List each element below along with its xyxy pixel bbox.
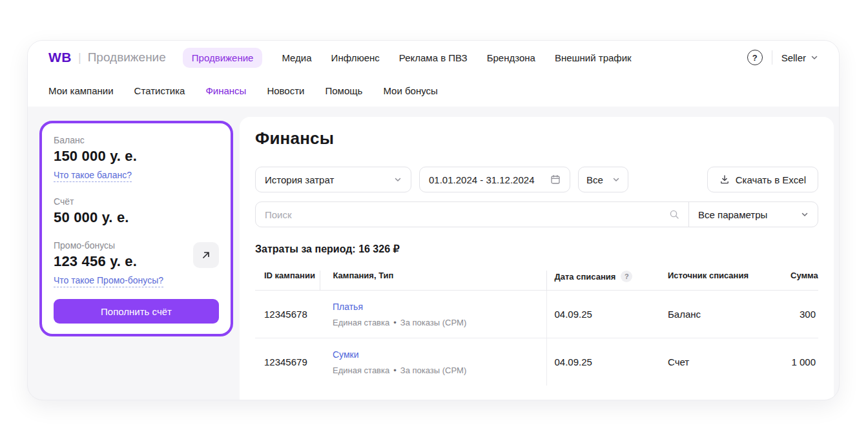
- top-nav-items: Продвижение Медиа Инфлюенс Реклама в ПВЗ…: [183, 48, 632, 68]
- col-header-campaign-id: ID кампании: [255, 271, 320, 291]
- cell-source: Счет: [668, 338, 790, 386]
- col-header-sum: Сумма, у. е.: [790, 271, 818, 291]
- page-title: Финансы: [255, 129, 818, 149]
- expenses-table: ID кампании Кампания, Тип Дата списания?…: [255, 271, 818, 386]
- balance-value: 150 000 у. е.: [54, 148, 219, 165]
- brand-logo[interactable]: WB | Продвижение: [48, 50, 166, 65]
- chevron-down-icon: [801, 211, 809, 218]
- sub-nav-item-finances[interactable]: Финансы: [205, 85, 246, 96]
- wb-logo: WB: [48, 50, 72, 65]
- date-help-icon[interactable]: ?: [621, 271, 632, 282]
- download-icon: [719, 174, 730, 185]
- account-menu[interactable]: Seller: [781, 52, 818, 63]
- cell-campaign-id: 12345679: [255, 338, 320, 386]
- promo-open-button[interactable]: [193, 242, 219, 268]
- top-nav-item-brandzone[interactable]: Брендзона: [487, 52, 535, 63]
- table-header-row: ID кампании Кампания, Тип Дата списания?…: [255, 271, 818, 291]
- campaign-type-line: Единая ставка•За показы (CPM): [333, 366, 546, 375]
- cell-date: 04.09.25: [546, 338, 668, 386]
- col-header-date-label: Дата списания: [555, 272, 616, 282]
- question-circle-icon[interactable]: ?: [747, 50, 763, 65]
- cell-sum: 300: [790, 291, 818, 338]
- top-nav-item-influence[interactable]: Инфлюенс: [331, 52, 380, 63]
- period-total: Затраты за период: 16 326 ₽: [255, 243, 818, 255]
- promo-block: Промо-бонусы 123 456 у. е. Что такое Про…: [54, 240, 219, 287]
- cell-campaign: Сумки Единая ставка•За показы (CPM): [320, 338, 546, 386]
- promo-value: 123 456 у. е.: [54, 253, 137, 270]
- sub-nav-item-my-campaigns[interactable]: Мои кампании: [48, 85, 114, 96]
- history-type-select[interactable]: История затрат: [255, 167, 411, 192]
- date-range-value: 01.01.2024 - 31.12.2024: [429, 174, 534, 185]
- what-is-balance-link[interactable]: Что такое баланс?: [54, 170, 132, 182]
- chevron-down-icon: [394, 176, 402, 183]
- balance-card: Баланс 150 000 у. е. Что такое баланс? С…: [39, 121, 233, 336]
- sub-nav-item-news[interactable]: Новости: [267, 85, 304, 96]
- filters-row: История затрат 01.01.2024 - 31.12.2024 В…: [255, 167, 818, 192]
- brand-product-name: Продвижение: [88, 50, 166, 65]
- promo-row: Промо-бонусы 123 456 у. е.: [54, 240, 219, 270]
- bullet-separator: •: [393, 366, 397, 375]
- cell-source: Баланс: [668, 291, 790, 338]
- search-input[interactable]: [256, 209, 669, 220]
- topup-button[interactable]: Пополнить счёт: [54, 299, 219, 324]
- date-range-picker[interactable]: 01.01.2024 - 31.12.2024: [419, 167, 570, 192]
- header-divider: [772, 50, 772, 65]
- header-right: ? Seller: [747, 50, 818, 65]
- table-row: 12345678 Платья Единая ставка•За показы …: [255, 291, 818, 338]
- what-is-promo-link[interactable]: Что такое Промо-бонусы?: [54, 275, 163, 287]
- header: WB | Продвижение Продвижение Медиа Инфлю…: [28, 41, 839, 107]
- cell-campaign-id: 12345678: [255, 291, 320, 338]
- campaign-name-link[interactable]: Платья: [333, 302, 363, 312]
- calendar-icon: [550, 174, 561, 185]
- all-filter-value: Все: [586, 174, 603, 185]
- cell-campaign: Платья Единая ставка•За показы (CPM): [320, 291, 546, 338]
- balance-label: Баланс: [54, 135, 219, 145]
- sub-nav-item-my-bonuses[interactable]: Мои бонусы: [383, 85, 437, 96]
- top-nav-item-pvz-ads[interactable]: Реклама в ПВЗ: [399, 52, 468, 63]
- app-window: WB | Продвижение Продвижение Медиа Инфлю…: [27, 40, 840, 400]
- sub-nav-item-help[interactable]: Помощь: [325, 85, 362, 96]
- col-header-campaign-type: Кампания, Тип: [320, 271, 546, 291]
- cell-sum: 1 000: [790, 338, 818, 386]
- top-nav: WB | Продвижение Продвижение Медиа Инфлю…: [48, 41, 818, 74]
- sub-nav-item-statistics[interactable]: Статистика: [134, 85, 185, 96]
- campaign-bid-type: Единая ставка: [333, 366, 389, 375]
- account-value: 50 000 у. е.: [54, 209, 219, 226]
- download-excel-button[interactable]: Скачать в Excel: [707, 167, 818, 192]
- all-params-select[interactable]: Все параметры: [688, 202, 818, 227]
- account-label: Счёт: [54, 196, 219, 207]
- top-nav-item-promotion[interactable]: Продвижение: [183, 48, 263, 68]
- cell-date: 04.09.25: [546, 291, 668, 338]
- campaign-name-link[interactable]: Сумки: [333, 349, 359, 360]
- finances-card: Финансы История затрат 01.01.2024 - 31.1…: [240, 117, 834, 400]
- campaign-pay-model: За показы (CPM): [400, 318, 466, 327]
- top-nav-item-media[interactable]: Медиа: [282, 52, 311, 63]
- campaign-type-line: Единая ставка•За показы (CPM): [333, 318, 546, 327]
- col-header-source: Источник списания: [668, 271, 790, 291]
- logo-divider: |: [78, 51, 81, 65]
- history-type-value: История затрат: [265, 174, 334, 185]
- content-area: Баланс 150 000 у. е. Что такое баланс? С…: [28, 107, 839, 400]
- search-icon: [669, 209, 679, 220]
- account-label: Seller: [781, 52, 806, 63]
- sub-nav: Мои кампании Статистика Финансы Новости …: [48, 74, 818, 107]
- expenses-table-wrap: ID кампании Кампания, Тип Дата списания?…: [255, 271, 818, 386]
- search-bar: Все параметры: [255, 201, 818, 227]
- promo-text: Промо-бонусы 123 456 у. е.: [54, 240, 137, 270]
- balance-block: Баланс 150 000 у. е. Что такое баланс?: [54, 135, 219, 182]
- campaign-bid-type: Единая ставка: [333, 318, 389, 327]
- account-block: Счёт 50 000 у. е.: [54, 196, 219, 226]
- download-excel-label: Скачать в Excel: [736, 174, 806, 185]
- top-nav-item-external-traffic[interactable]: Внешний трафик: [555, 52, 632, 63]
- all-params-value: Все параметры: [698, 209, 767, 220]
- arrow-up-right-icon: [200, 249, 212, 261]
- col-header-date: Дата списания?: [546, 271, 668, 291]
- bullet-separator: •: [393, 318, 397, 327]
- table-row: 12345679 Сумки Единая ставка•За показы (…: [255, 338, 818, 386]
- all-filter-select[interactable]: Все: [578, 167, 628, 192]
- chevron-down-icon: [612, 176, 620, 183]
- campaign-pay-model: За показы (CPM): [400, 366, 466, 375]
- promo-label: Промо-бонусы: [54, 240, 137, 251]
- chevron-down-icon: [811, 54, 818, 61]
